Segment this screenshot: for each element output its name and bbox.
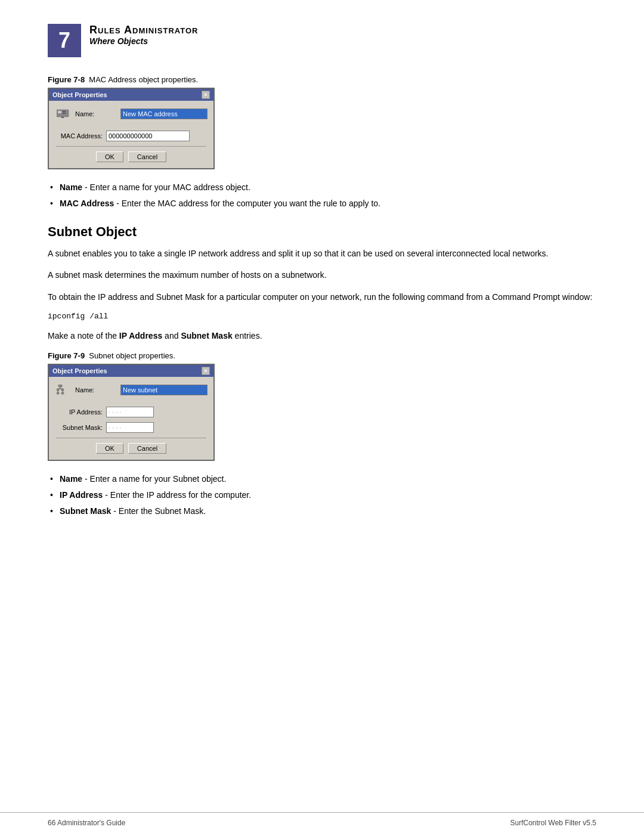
svg-rect-5	[64, 113, 66, 114]
figure9-caption-text: Subnet object properties.	[89, 351, 175, 360]
mac-dialog-separator	[56, 146, 206, 147]
subnet-dialog-titlebar: Object Properties ×	[49, 365, 213, 377]
subnet-ip-label: IP Address:	[56, 408, 103, 416]
subnet-para1: A subnet enables you to take a single IP…	[48, 247, 596, 260]
svg-rect-15	[57, 392, 59, 394]
subnet-bullet-list: Name - Enter a name for your Subnet obje…	[48, 473, 596, 518]
subnet-para4-suffix: entries.	[233, 331, 262, 340]
mac-address-row: MAC Address:	[56, 131, 206, 141]
subnet-para3: To obtain the IP address and Subnet Mask…	[48, 290, 596, 304]
svg-rect-2	[63, 111, 64, 112]
mac-bullet-name-term: Name	[60, 182, 82, 192]
subnet-dialog-title: Object Properties	[52, 367, 107, 374]
page-footer: 66 Administrator's Guide SurfControl Web…	[0, 812, 644, 833]
chapter-number: 7	[48, 24, 81, 57]
subnet-bullet-mask: Subnet Mask - Enter the Subnet Mask.	[48, 505, 596, 518]
subnet-para4-prefix: Make a note of the	[48, 331, 119, 340]
subnet-para4-mid: and	[162, 331, 181, 340]
subnet-ok-button[interactable]: OK	[96, 443, 123, 454]
subnet-name-input[interactable]	[120, 385, 208, 395]
mac-dialog-window: Object Properties ×	[48, 88, 215, 169]
subnet-code: ipconfig /all	[48, 312, 596, 321]
footer-left: 66 Administrator's Guide	[48, 819, 125, 827]
svg-rect-12	[61, 389, 64, 391]
subnet-mask-label: Subnet Mask:	[56, 424, 103, 431]
subnet-ip-dots: · · · ·	[109, 408, 121, 416]
chapter-header: 7 Rules Administrator Where Objects	[48, 24, 596, 57]
mac-dialog-title: Object Properties	[52, 91, 107, 98]
mac-dialog-close-button[interactable]: ×	[202, 91, 210, 99]
subnet-section-heading: Subnet Object	[48, 224, 596, 240]
mac-dialog-body: Name: MAC Address: OK Cancel	[49, 101, 213, 168]
chapter-subtitle: Where Objects	[89, 36, 198, 46]
subnet-para4-bold2: Subnet Mask	[181, 331, 232, 340]
subnet-bullet-mask-text: - Enter the Subnet Mask.	[113, 506, 206, 516]
figure9-caption-label: Figure 7-9	[48, 351, 85, 360]
page-content: 7 Rules Administrator Where Objects Figu…	[0, 0, 644, 563]
svg-rect-1	[58, 111, 61, 113]
subnet-dialog-close-button[interactable]: ×	[202, 367, 210, 375]
mac-bullet-address-text: - Enter the MAC address for the computer…	[116, 199, 380, 208]
mac-bullet-list: Name - Enter a name for your MAC address…	[48, 181, 596, 210]
mac-name-label: Name:	[75, 110, 117, 117]
chapter-title: Rules Administrator	[89, 24, 198, 36]
subnet-mask-row: Subnet Mask: · · · ·	[56, 422, 206, 433]
mac-object-icon	[56, 107, 70, 121]
subnet-bullet-name-term: Name	[60, 474, 82, 484]
mac-dialog-titlebar: Object Properties ×	[49, 89, 213, 101]
mac-address-label: MAC Address:	[56, 132, 103, 140]
subnet-dialog-body: Name: IP Address: · · · · Subnet Mask: ·…	[49, 377, 213, 460]
figure8-caption: Figure 7-8 MAC Address object properties…	[48, 75, 596, 84]
subnet-cancel-button[interactable]: Cancel	[128, 443, 166, 454]
mac-address-input[interactable]	[106, 131, 190, 141]
svg-rect-6	[61, 117, 64, 118]
subnet-bullet-ip-term: IP Address	[60, 490, 103, 500]
figure9-caption: Figure 7-9 Subnet object properties.	[48, 351, 596, 360]
figure8-caption-text: MAC Address object properties.	[89, 75, 198, 84]
subnet-para4-bold1: IP Address	[119, 331, 162, 340]
subnet-object-icon	[56, 383, 70, 397]
svg-rect-11	[57, 389, 59, 391]
subnet-bullet-name: Name - Enter a name for your Subnet obje…	[48, 473, 596, 485]
footer-right: SurfControl Web Filter v5.5	[510, 819, 597, 827]
mac-name-input[interactable]	[120, 109, 208, 119]
mac-name-row: Name:	[56, 107, 206, 121]
svg-rect-3	[64, 111, 66, 112]
mac-bullet-name-text: - Enter a name for your MAC address obje…	[85, 182, 250, 192]
subnet-para2: A subnet mask determines the maximum num…	[48, 268, 596, 281]
subnet-dialog-separator	[56, 438, 206, 438]
svg-rect-7	[58, 385, 62, 387]
mac-dialog-buttons: OK Cancel	[56, 151, 206, 162]
subnet-mask-input[interactable]: · · · ·	[106, 422, 154, 433]
subnet-bullet-mask-term: Subnet Mask	[60, 506, 111, 516]
mac-bullet-address: MAC Address - Enter the MAC address for …	[48, 197, 596, 210]
subnet-bullet-ip: IP Address - Enter the IP address for th…	[48, 489, 596, 501]
chapter-title-block: Rules Administrator Where Objects	[89, 24, 198, 46]
subnet-ip-input[interactable]: · · · ·	[106, 407, 154, 417]
subnet-name-label: Name:	[75, 386, 117, 394]
subnet-ip-row: IP Address: · · · ·	[56, 407, 206, 417]
figure8-caption-label: Figure 7-8	[48, 75, 85, 84]
subnet-name-row: Name:	[56, 383, 206, 397]
subnet-mask-dots: · · · ·	[109, 424, 121, 431]
svg-rect-16	[61, 392, 64, 394]
subnet-bullet-name-text: - Enter a name for your Subnet object.	[85, 474, 226, 484]
mac-bullet-address-term: MAC Address	[60, 199, 114, 208]
mac-bullet-name: Name - Enter a name for your MAC address…	[48, 181, 596, 194]
subnet-bullet-ip-text: - Enter the IP address for the computer.	[105, 490, 251, 500]
subnet-dialog-buttons: OK Cancel	[56, 443, 206, 454]
subnet-para4: Make a note of the IP Address and Subnet…	[48, 329, 596, 342]
mac-ok-button[interactable]: OK	[96, 151, 123, 162]
subnet-dialog-window: Object Properties ×	[48, 364, 215, 461]
mac-cancel-button[interactable]: Cancel	[128, 151, 166, 162]
svg-rect-4	[63, 113, 64, 114]
